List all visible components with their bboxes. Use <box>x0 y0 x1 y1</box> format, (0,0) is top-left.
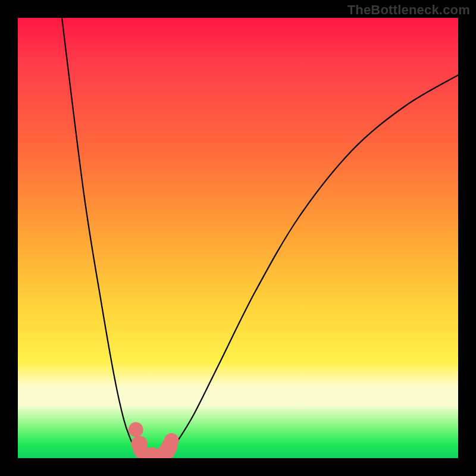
marker-group <box>129 422 179 459</box>
plot-area <box>18 18 458 458</box>
highlight-marker <box>164 433 179 448</box>
bottleneck-curve <box>62 18 458 455</box>
watermark-text: TheBottleneck.com <box>347 2 470 18</box>
highlight-marker <box>129 422 143 437</box>
chart-frame: TheBottleneck.com <box>0 0 476 476</box>
curve-layer <box>18 18 458 458</box>
